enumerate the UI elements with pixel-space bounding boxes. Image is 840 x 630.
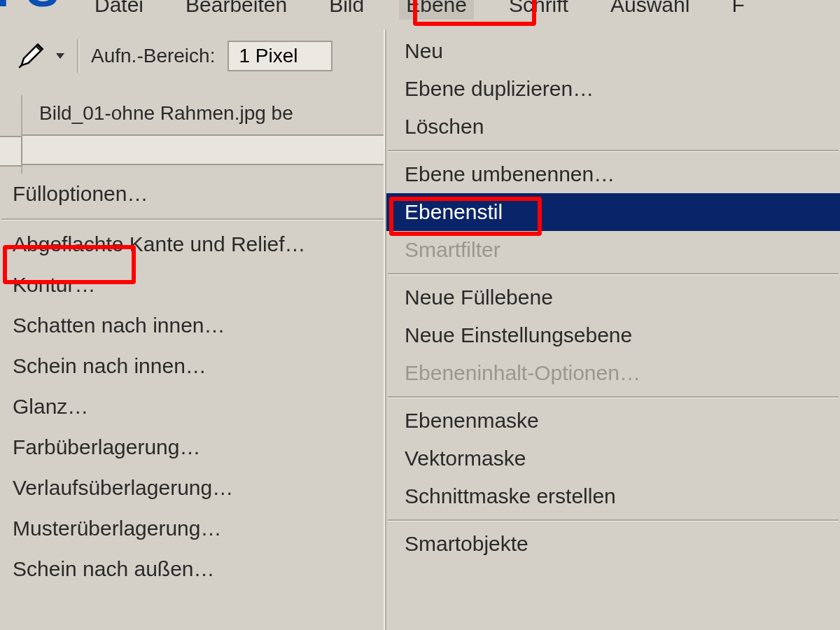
menu-datei[interactable]: Datei — [88, 0, 150, 20]
ebene-dropdown-menu: Neu Ebene duplizieren… Löschen Ebene umb… — [385, 29, 840, 630]
submenu-farbueberlagerung[interactable]: Farbüberlagerung… — [0, 427, 385, 468]
menu-ebene-umbenennen[interactable]: Ebene umbenennen… — [386, 155, 840, 193]
submenu-schein-aussen[interactable]: Schein nach außen… — [0, 549, 385, 589]
document-tab[interactable]: Bild_01-ohne Rahmen.jpg be — [22, 95, 310, 134]
app-logo: PS — [0, 0, 57, 18]
menu-neu[interactable]: Neu — [386, 32, 840, 70]
eyedropper-icon[interactable] — [14, 39, 48, 73]
menu-neue-fuellebene[interactable]: Neue Füllebene — [386, 279, 840, 316]
separator — [77, 39, 78, 73]
submenu-musterueberlagerung[interactable]: Musterüberlagerung… — [0, 508, 385, 549]
menu-ebene[interactable]: Ebene — [399, 0, 474, 20]
separator — [1, 218, 384, 220]
separator — [388, 396, 839, 398]
submenu-abgeflachte-kante[interactable]: Abgeflachte Kante und Relief… — [0, 224, 385, 265]
submenu-fuelloptionen[interactable]: Fülloptionen… — [0, 174, 385, 214]
separator — [388, 273, 839, 274]
menu-ebenenmaske[interactable]: Ebenenmaske — [386, 402, 840, 440]
submenu-verlaufsueberlagerung[interactable]: Verlaufsüberlagerung… — [0, 468, 385, 508]
ruler-horizontal: 1 — [22, 134, 385, 165]
separator — [388, 519, 839, 521]
menu-ebeneninhalt-optionen: Ebeneninhalt-Optionen… — [386, 354, 840, 392]
menubar: Datei Bearbeiten Bild Ebene Schrift Ausw… — [88, 0, 840, 22]
layerstyle-submenu: Fülloptionen… Abgeflachte Kante und Reli… — [0, 174, 385, 589]
menu-filter-partial[interactable]: F — [724, 0, 751, 20]
submenu-schein-innen[interactable]: Schein nach innen… — [0, 346, 385, 386]
submenu-schatten-innen[interactable]: Schatten nach innen… — [0, 305, 385, 346]
submenu-glanz[interactable]: Glanz… — [0, 386, 385, 427]
menu-bearbeiten[interactable]: Bearbeiten — [178, 0, 294, 20]
sample-size-dropdown[interactable]: 1 Pixel — [227, 41, 332, 71]
document-tabs: Bild_01-ohne Rahmen.jpg be — [22, 95, 385, 134]
menu-neue-einstellungsebene[interactable]: Neue Einstellungsebene — [386, 316, 840, 354]
menu-smartfilter: Smartfilter — [386, 231, 840, 269]
submenu-kontur[interactable]: Kontur… — [0, 265, 385, 305]
menu-loeschen[interactable]: Löschen — [386, 108, 840, 146]
menu-schrift[interactable]: Schrift — [502, 0, 575, 20]
menu-ebenenstil[interactable]: Ebenenstil — [386, 193, 840, 231]
ruler-corner — [0, 136, 22, 167]
menu-vektormaske[interactable]: Vektormaske — [386, 440, 840, 477]
tool-dropdown-arrow-icon[interactable] — [56, 53, 64, 59]
menu-smartobjekte[interactable]: Smartobjekte — [386, 525, 840, 563]
options-toolbar: Aufn.-Bereich: 1 Pixel — [0, 31, 385, 80]
menu-ebene-duplizieren[interactable]: Ebene duplizieren… — [386, 70, 840, 108]
sample-size-value: 1 Pixel — [239, 45, 298, 67]
menu-schnittmaske[interactable]: Schnittmaske erstellen — [386, 477, 840, 515]
separator — [388, 150, 839, 151]
sample-size-label: Aufn.-Bereich: — [91, 45, 215, 67]
menu-bild[interactable]: Bild — [322, 0, 371, 20]
menu-auswahl[interactable]: Auswahl — [603, 0, 696, 20]
